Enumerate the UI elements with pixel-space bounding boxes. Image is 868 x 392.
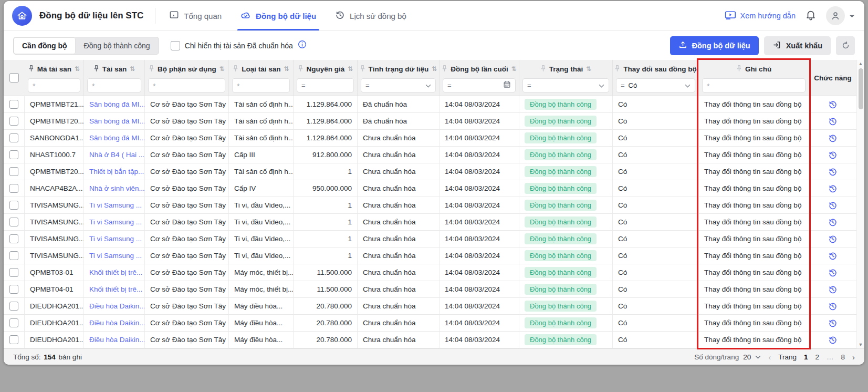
row-history-button[interactable] (809, 96, 856, 112)
scrollbar-thumb[interactable] (859, 68, 863, 109)
row-checkbox[interactable] (9, 167, 18, 176)
column-header-department[interactable]: Bộ phận sử dụng⇅ (145, 60, 229, 78)
row-history-button[interactable] (809, 197, 856, 213)
column-header-changed[interactable]: Thay đổi sau đồng bộ (613, 60, 699, 78)
row-checkbox[interactable] (9, 318, 18, 327)
cell-asset-link[interactable]: Ti vi Samsung ... (84, 231, 145, 247)
pin-icon[interactable] (149, 65, 154, 74)
row-checkbox[interactable] (9, 268, 18, 277)
row-history-button[interactable] (809, 264, 856, 281)
column-header-asset_type[interactable]: Loại tài sản⇅ (229, 60, 294, 78)
row-history-button[interactable] (809, 130, 856, 146)
next-page-icon[interactable]: › (852, 353, 855, 362)
row-checkbox[interactable] (9, 133, 18, 142)
help-link[interactable]: Xem hướng dẫn (725, 11, 796, 22)
cell-asset-link[interactable]: Ti vi Samsung ... (84, 197, 145, 213)
sync-data-button[interactable]: Đồng bộ dữ liệu (670, 36, 759, 55)
filter-input-asset_type[interactable]: * (232, 78, 290, 92)
sort-icon[interactable]: ⇅ (432, 65, 437, 73)
row-history-button[interactable] (809, 332, 856, 348)
pin-icon[interactable] (736, 65, 742, 74)
sort-icon[interactable]: ⇅ (511, 65, 517, 73)
segment-need-sync[interactable]: Cần đồng bộ (14, 37, 76, 54)
chevron-down-icon[interactable] (425, 81, 431, 89)
chevron-down-icon[interactable] (685, 81, 691, 89)
prev-page-icon[interactable]: ‹ (768, 353, 771, 362)
row-history-button[interactable] (809, 214, 856, 230)
sort-icon[interactable]: ⇅ (75, 65, 80, 73)
row-history-button[interactable] (809, 113, 856, 129)
row-history-button[interactable] (809, 163, 856, 180)
row-checkbox[interactable] (9, 234, 18, 243)
cell-asset-link[interactable]: Thiết bị bắn tập... (84, 163, 145, 180)
row-checkbox[interactable] (9, 302, 18, 311)
cell-asset-link[interactable]: Ti vi Samsung ... (84, 247, 145, 264)
row-checkbox[interactable] (9, 251, 18, 260)
sort-icon[interactable]: ⇅ (586, 65, 591, 73)
sort-icon[interactable]: ⇅ (348, 65, 353, 73)
page-button-1[interactable]: 1 (804, 353, 808, 361)
row-history-button[interactable] (809, 180, 856, 197)
cell-asset-link[interactable]: Sân bóng đá MI... (84, 113, 145, 129)
calendar-icon[interactable] (503, 80, 511, 90)
row-history-button[interactable] (809, 147, 856, 163)
vertical-scrollbar[interactable]: ▲ ▼ (856, 60, 864, 348)
page-button-8[interactable]: 8 (841, 353, 845, 361)
segment-sync-success[interactable]: Đồng bộ thành công (76, 37, 159, 54)
cell-asset-link[interactable]: Nhà ở B4 ( Hai ... (84, 147, 145, 163)
sort-icon[interactable]: ⇅ (130, 65, 135, 73)
column-header-last_sync[interactable]: Đồng bộ lần cuối⇅ (440, 60, 519, 78)
info-icon[interactable] (298, 40, 307, 51)
column-header-cost[interactable]: Nguyên giá⇅ (294, 60, 358, 78)
pin-icon[interactable] (540, 65, 546, 74)
column-header-data_status[interactable]: Tình trạng dữ liệu⇅ (358, 60, 440, 78)
filter-input-department[interactable]: * (148, 78, 225, 92)
row-history-button[interactable] (809, 247, 856, 264)
row-checkbox[interactable] (9, 201, 18, 210)
select-all-checkbox[interactable] (9, 73, 19, 82)
column-header-status[interactable]: Trạng thái⇅ (519, 60, 613, 78)
row-checkbox[interactable] (9, 285, 18, 294)
pin-icon[interactable] (442, 65, 447, 74)
filter-input-last_sync[interactable]: = (443, 78, 516, 92)
pin-icon[interactable] (614, 65, 620, 74)
row-history-button[interactable] (809, 281, 856, 297)
tab-sync-history[interactable]: Lịch sử đồng bộ (326, 1, 416, 30)
column-header-code[interactable]: Mã tài sản⇅ (25, 60, 84, 78)
row-checkbox[interactable] (9, 100, 18, 109)
row-history-button[interactable] (809, 231, 856, 247)
filter-input-asset[interactable]: * (87, 78, 141, 92)
filter-input-changed[interactable]: =Có (616, 78, 695, 92)
cell-asset-link[interactable]: Ti vi Samsung ... (84, 214, 145, 230)
cell-asset-link[interactable]: Điều hòa Daikin... (84, 332, 145, 348)
notification-bell-icon[interactable] (805, 9, 817, 23)
filter-input-note[interactable]: * (702, 78, 806, 92)
export-button[interactable]: Xuất khẩu (764, 36, 831, 55)
tab-overview[interactable]: Tổng quan (160, 1, 231, 30)
filter-input-data_status[interactable]: = (361, 78, 436, 92)
tab-data-sync[interactable]: Đồng bộ dữ liệu (231, 1, 326, 30)
row-history-button[interactable] (809, 298, 856, 314)
cell-asset-link[interactable]: Điều hòa Daikin... (84, 315, 145, 331)
cell-asset-link[interactable]: Nhà ở sinh viên... (84, 180, 145, 197)
filter-input-code[interactable]: * (28, 78, 80, 92)
chevron-down-icon[interactable] (599, 81, 604, 89)
row-checkbox[interactable] (9, 218, 18, 226)
cell-asset-link[interactable]: Khối thiết bị trê... (84, 264, 145, 281)
user-menu[interactable] (826, 6, 855, 25)
pin-icon[interactable] (28, 65, 34, 74)
standardized-only-checkbox[interactable] (171, 41, 180, 50)
sort-icon[interactable]: ⇅ (219, 65, 225, 73)
cell-asset-link[interactable]: Điều hòa Daikin... (84, 298, 145, 314)
page-button-2[interactable]: 2 (815, 353, 819, 361)
row-checkbox[interactable] (9, 150, 18, 159)
filter-input-status[interactable]: = (522, 78, 609, 92)
column-header-asset[interactable]: Tài sản⇅ (84, 60, 145, 78)
rows-per-page-select[interactable]: Số dòng/trang 20 (694, 353, 761, 361)
pin-icon[interactable] (93, 65, 99, 74)
pin-icon[interactable] (233, 65, 238, 74)
pin-icon[interactable] (298, 65, 304, 74)
cell-asset-link[interactable]: Sân bóng đá MI... (84, 130, 145, 146)
filter-input-cost[interactable]: = (297, 78, 354, 92)
row-checkbox[interactable] (9, 184, 18, 193)
